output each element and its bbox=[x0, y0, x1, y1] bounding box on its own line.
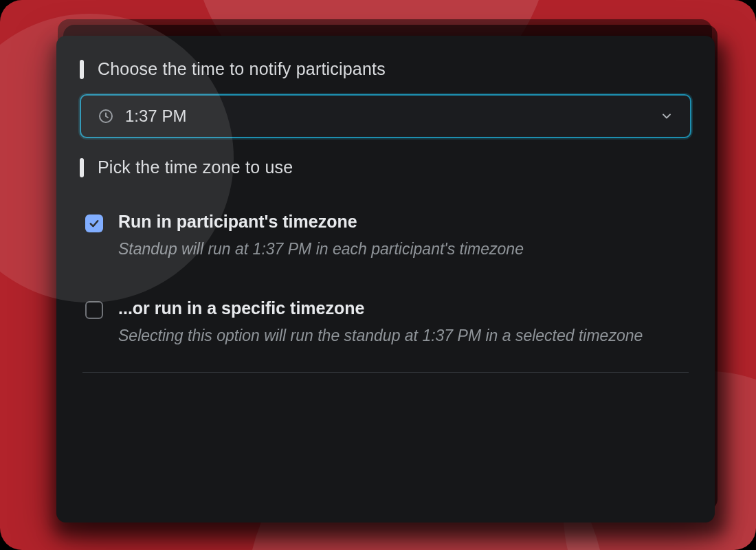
heading-label: Choose the time to notify participants bbox=[98, 59, 386, 79]
heading-marker bbox=[80, 60, 84, 79]
option-title: Run in participant's timezone bbox=[118, 212, 689, 232]
heading-marker bbox=[80, 158, 84, 177]
option-description: Selecting this option will run the stand… bbox=[118, 324, 689, 348]
checkbox-specific[interactable] bbox=[85, 301, 103, 319]
timezone-options: Run in participant's timezone Standup wi… bbox=[80, 192, 691, 364]
heading-label: Pick the time zone to use bbox=[98, 157, 293, 177]
option-participant-timezone[interactable]: Run in participant's timezone Standup wi… bbox=[82, 199, 691, 278]
heading-choose-time: Choose the time to notify participants bbox=[80, 59, 691, 79]
checkbox-participant[interactable] bbox=[85, 214, 103, 232]
backdrop: Choose the time to notify participants 1… bbox=[0, 0, 756, 550]
chevron-down-icon bbox=[660, 109, 674, 123]
time-select[interactable]: 1:37 PM bbox=[80, 94, 691, 138]
option-title: ...or run in a specific timezone bbox=[118, 298, 689, 318]
divider bbox=[82, 372, 689, 373]
settings-card: Choose the time to notify participants 1… bbox=[56, 36, 715, 522]
option-specific-timezone[interactable]: ...or run in a specific timezone Selecti… bbox=[82, 278, 691, 364]
svg-point-0 bbox=[100, 110, 112, 122]
option-description: Standup will run at 1:37 PM in each part… bbox=[118, 237, 689, 261]
time-value: 1:37 PM bbox=[125, 107, 186, 126]
clock-icon bbox=[98, 108, 114, 124]
heading-pick-timezone: Pick the time zone to use bbox=[80, 157, 691, 177]
